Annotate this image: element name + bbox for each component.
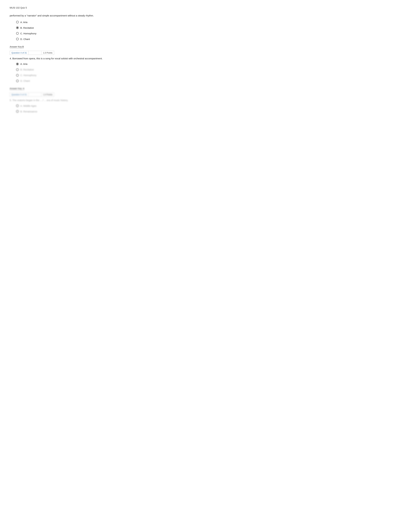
question5-nav-label: Question 5 of 31 [10,93,28,96]
answer-key-text-q3: Answer Key:B [10,46,24,48]
option-label-q5b: B. Renaissance [20,110,37,113]
question4-points: 1.0 Points [41,51,54,55]
radio-icon-q3a[interactable] [16,21,19,23]
page-title: MUSI 102 Quiz 5 [10,6,135,9]
list-item: D. Chant [16,38,135,40]
option-label-q4a: A. Aria [20,63,28,65]
question4-nav-label[interactable]: Question 4 of 31 [10,51,28,55]
list-item: B. Recitative [16,27,135,29]
answer-key-text-q4: Answer Key: A [10,87,24,90]
option-label-q3b: B. Recitative [20,27,34,29]
option-label-q3c: C. Homophony [20,32,37,35]
question4-options: A. Aria B. Recitative C. Homophony D. Ch… [10,63,135,82]
radio-icon-q5b [16,110,19,113]
radio-icon-q3c[interactable] [16,32,19,35]
question5-text: 5. The oratorio began in the ... / ... e… [10,98,135,102]
option-label-q4d: D. Chant [20,79,30,82]
question3-options: A. Aria B. Recitative C. Homophony D. Ch… [10,21,135,40]
question4-text: 4. Borrowed from opera, this is a song f… [10,57,135,60]
question5-points: 1.0 Points [41,93,54,96]
radio-icon-q4c[interactable] [16,74,19,76]
question5-nav-bar: Question 5 of 31 1.0 Points [10,93,54,96]
list-item: B. Renaissance [16,110,135,113]
option-label-q3a: A. Aria [20,21,28,24]
radio-icon-q3d[interactable] [16,38,19,40]
radio-icon-q3b[interactable] [16,27,19,29]
list-item: C. Homophony [16,74,135,76]
option-label-q5a: A. Middle Ages [20,104,37,107]
radio-icon-q4d[interactable] [16,80,19,82]
list-item: A. Aria [16,63,135,65]
list-item: A. Aria [16,21,135,24]
option-label-q4c: C. Homophony [20,74,37,76]
question3-text: performed by a "narrator" and simple acc… [10,14,135,18]
question4-score-input[interactable] [28,51,41,55]
question5-section: Question 5 of 31 1.0 Points 5. The orato… [10,93,135,113]
option-label-q4b: B. Recitative [20,68,34,71]
list-item: B. Recitative [16,68,135,71]
question4-nav-bar: Question 4 of 31 1.0 Points [10,51,54,55]
question5-options: A. Middle Ages B. Renaissance [10,104,135,113]
radio-icon-q4a[interactable] [16,63,19,65]
option-label-q3d: D. Chant [20,38,30,40]
question5-score-input [28,93,41,96]
list-item: D. Chant [16,79,135,82]
radio-icon-q4b[interactable] [16,68,19,71]
list-item: C. Homophony [16,32,135,35]
radio-icon-q5a [16,104,19,107]
answer-key-q3: Answer Key:B [10,45,135,49]
answer-key-q4: Answer Key: A [10,87,135,91]
list-item: A. Middle Ages [16,104,135,107]
